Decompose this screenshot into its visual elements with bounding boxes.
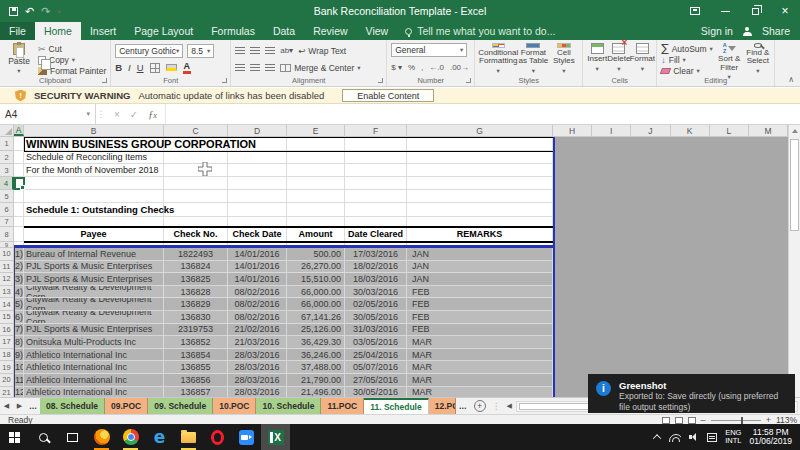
column-header-C[interactable]: C	[164, 125, 228, 136]
cell-E2[interactable]	[287, 151, 345, 164]
taskbar-search-button[interactable]	[29, 424, 58, 450]
clear-button[interactable]: Clear▾	[661, 66, 713, 76]
cell-remarks[interactable]: MAR	[407, 349, 553, 362]
cell-remarks[interactable]: FEB	[407, 298, 553, 311]
cell-check-no[interactable]: 136854	[164, 349, 228, 362]
cell-check-no[interactable]: 136825	[164, 273, 228, 286]
align-top-icon[interactable]	[235, 47, 245, 54]
cell-date-cleared[interactable]: 30/03/2016	[345, 286, 407, 299]
cell-check-date[interactable]: 28/03/2016	[228, 374, 287, 387]
language-indicator[interactable]: ENG INTL	[725, 429, 741, 445]
number-dialog-launcher[interactable]	[466, 78, 471, 83]
percent-icon[interactable]: %	[408, 63, 415, 72]
cell-payee[interactable]: Citywalk Realty & Development Corp	[24, 298, 164, 311]
redo-icon[interactable]: ↷	[41, 6, 50, 17]
cell-check-no[interactable]: 136824	[164, 261, 228, 274]
row-header[interactable]: 11	[0, 261, 14, 274]
sheet-nav-left-icon[interactable]: ◀	[0, 398, 13, 414]
sheet-tab-09-poc[interactable]: 09.POC	[105, 398, 148, 414]
column-header-G[interactable]: G	[407, 125, 553, 136]
row-header[interactable]: 20	[0, 374, 14, 387]
sheet-tab-08-schedule[interactable]: 08. Schedule	[40, 398, 105, 414]
cell-header-payee[interactable]: Payee	[24, 227, 164, 242]
cell-B3[interactable]: For the Month of November 2018	[24, 164, 164, 177]
cell-check-no[interactable]: 136856	[164, 374, 228, 387]
borders-icon[interactable]	[150, 63, 160, 73]
row-header[interactable]: 14	[0, 298, 14, 311]
close-button[interactable]: ×	[770, 0, 800, 22]
cell-B1[interactable]: WINWIN BUSINESS GROUP CORPORATION	[24, 137, 164, 151]
cell-D4[interactable]	[228, 177, 287, 190]
cell-E4[interactable]	[287, 177, 345, 190]
row-header[interactable]: 21	[0, 387, 14, 397]
qat-customize-icon[interactable]: ▾	[57, 6, 60, 17]
delete-cells-button[interactable]: Delete▾	[607, 43, 630, 75]
cell-index[interactable]: 4)	[14, 286, 24, 299]
italic-button[interactable]: I	[128, 62, 131, 73]
cell-check-date[interactable]: 08/02/2016	[228, 286, 287, 299]
cell-check-date[interactable]: 08/02/2016	[228, 311, 287, 324]
cell-index[interactable]: 8)	[14, 336, 24, 349]
tab-page-layout[interactable]: Page Layout	[125, 22, 202, 40]
start-button[interactable]	[0, 424, 29, 450]
cell-header-remarks[interactable]: REMARKS	[407, 227, 553, 242]
cell-amount[interactable]: 21,790.00	[287, 374, 345, 387]
cell-payee[interactable]: PJL Sports & Music Enterprises	[24, 324, 164, 337]
column-header-H[interactable]: H	[553, 125, 592, 136]
cell-D2[interactable]	[228, 151, 287, 164]
cell-remarks[interactable]: JAN	[407, 273, 553, 286]
zoom-in-icon[interactable]: +	[766, 416, 771, 424]
share-button[interactable]: Share	[762, 25, 790, 37]
cell-E5[interactable]	[287, 190, 345, 203]
tab-review[interactable]: Review	[304, 22, 356, 40]
cell-date-cleared[interactable]: 27/05/2016	[345, 374, 407, 387]
cell-date-cleared[interactable]: 05/07/2016	[345, 361, 407, 374]
format-as-table-button[interactable]: Format as Table▾	[517, 43, 549, 75]
cell-payee[interactable]: Citywalk Realty & Development Corp	[24, 311, 164, 324]
clipboard-dialog-launcher[interactable]	[102, 78, 107, 83]
decrease-decimal-icon[interactable]: .00→	[450, 63, 469, 72]
action-center-icon[interactable]	[707, 433, 717, 442]
cell-check-date[interactable]: 21/03/2016	[228, 336, 287, 349]
row-header[interactable]: 13	[0, 286, 14, 299]
cell-F2[interactable]	[345, 151, 407, 164]
paste-button[interactable]: Paste▾	[4, 43, 34, 75]
tab-formulas[interactable]: Formulas	[202, 22, 264, 40]
column-header-J[interactable]: J	[631, 125, 670, 136]
cell-index[interactable]: 5)	[14, 298, 24, 311]
cell-date-cleared[interactable]: 02/05/2016	[345, 298, 407, 311]
hscroll-left-icon[interactable]: ◀	[503, 398, 516, 414]
tab-file[interactable]: File	[0, 22, 35, 40]
row-header-8[interactable]: 8	[0, 227, 14, 242]
sheet-tab-10-schedule[interactable]: 10. Schedule	[256, 398, 321, 414]
cut-button[interactable]: ✂Cut	[38, 44, 106, 54]
cell-G4[interactable]	[407, 177, 553, 190]
cell-check-date[interactable]: 28/03/2016	[228, 349, 287, 362]
cell-amount[interactable]: 37,488.00	[287, 361, 345, 374]
currency-icon[interactable]: $ ▾	[391, 63, 402, 72]
column-header-D[interactable]: D	[228, 125, 287, 136]
collapse-ribbon-icon[interactable]: ∧	[788, 75, 794, 84]
cell-index[interactable]: 12)	[14, 387, 24, 397]
tab-insert[interactable]: Insert	[81, 22, 125, 40]
font-dialog-launcher[interactable]	[222, 78, 227, 83]
cell-payee[interactable]: Athletico International Inc	[24, 361, 164, 374]
font-size-combo[interactable]: 8.5▾	[187, 44, 214, 58]
undo-icon[interactable]: ↶	[25, 6, 34, 17]
cancel-icon[interactable]: ×	[114, 109, 120, 120]
row-header-5[interactable]: 5	[0, 190, 14, 203]
row-header[interactable]: 12	[0, 273, 14, 286]
conditional-formatting-button[interactable]: Conditional Formatting▾	[479, 43, 517, 75]
active-cell-selection[interactable]	[14, 177, 25, 190]
cell-remarks[interactable]: FEB	[407, 311, 553, 324]
save-icon[interactable]	[9, 7, 18, 16]
row-header-7[interactable]: 7	[0, 217, 14, 227]
cell-amount[interactable]: 36,429.30	[287, 336, 345, 349]
greenshot-notification[interactable]: i Greenshot Exported to: Save directly (…	[588, 374, 795, 413]
cell-check-no[interactable]: 2319753	[164, 324, 228, 337]
cell-remarks[interactable]: MAR	[407, 336, 553, 349]
number-format-combo[interactable]: General▾	[391, 43, 467, 57]
zoom-slider[interactable]	[711, 420, 761, 421]
cell-payee[interactable]: PJL Sports & Music Enterprises	[24, 273, 164, 286]
vertical-scrollbar[interactable]	[788, 125, 800, 397]
